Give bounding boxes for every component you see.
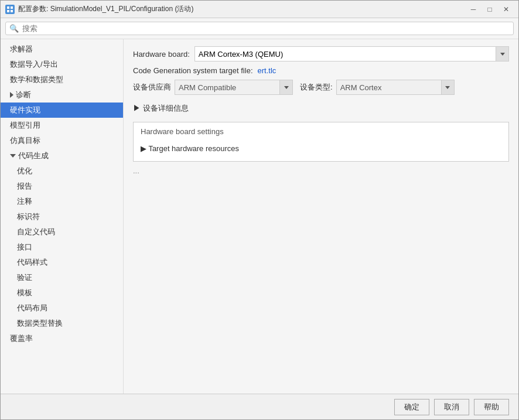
sidebar-item-solver[interactable]: 求解器	[1, 42, 123, 57]
sidebar-label-code-layout: 代码布局	[17, 303, 47, 313]
vendor-label: 设备供应商	[133, 82, 171, 93]
device-type-label: 设备类型:	[300, 82, 333, 93]
sidebar-item-math-data-types[interactable]: 数学和数据类型	[1, 72, 123, 87]
hardware-board-row: Hardware board: ARM Cortex-M3 (QEMU)	[133, 46, 509, 62]
search-wrapper: 🔍	[5, 22, 514, 35]
sidebar-label-data-import-export: 数据导入/导出	[10, 59, 58, 70]
svg-rect-0	[7, 6, 9, 9]
vendor-device-row: 设备供应商 ARM Compatible 设备类型: ARM	[133, 80, 509, 95]
sidebar-item-custom-code[interactable]: 自定义代码	[1, 224, 123, 240]
hardware-board-select[interactable]: ARM Cortex-M3 (QEMU)	[194, 46, 496, 62]
sidebar-item-interface[interactable]: 接口	[1, 240, 123, 255]
sidebar-label-code-gen: 代码生成	[18, 151, 49, 161]
main-content: 求解器 数据导入/导出 数学和数据类型 诊断 硬件实现 模型引用	[1, 39, 518, 394]
device-type-arrow-icon	[445, 86, 450, 89]
vendor-select-wrapper: ARM Compatible	[175, 80, 293, 95]
sidebar-item-hardware[interactable]: 硬件实现	[1, 103, 123, 118]
sidebar-label-report: 报告	[17, 181, 32, 192]
minimize-button[interactable]: ─	[466, 4, 481, 15]
sidebar-label-diagnostics: 诊断	[16, 90, 31, 100]
sidebar-item-symbols[interactable]: 标识符	[1, 209, 123, 224]
window-controls: ─ □ ✕	[466, 4, 514, 15]
confirm-button[interactable]: 确定	[394, 399, 429, 415]
sidebar-label-data-type-replace: 数据类型替换	[17, 318, 63, 329]
sidebar-label-coverage: 覆盖率	[10, 333, 33, 344]
cancel-button[interactable]: 取消	[434, 399, 469, 415]
sidebar-item-diagnostics[interactable]: 诊断	[1, 87, 123, 103]
sidebar-label-interface: 接口	[17, 242, 32, 252]
sidebar-item-coverage[interactable]: 覆盖率	[1, 331, 123, 346]
sidebar-item-data-import-export[interactable]: 数据导入/导出	[1, 57, 123, 72]
hw-board-settings-title: Hardware board settings	[141, 127, 501, 136]
sidebar-item-sim-target[interactable]: 仿真目标	[1, 133, 123, 148]
sidebar-label-verify: 验证	[17, 272, 32, 283]
hardware-board-label: Hardware board:	[133, 50, 190, 59]
hardware-board-arrow[interactable]	[496, 46, 509, 62]
search-icon: 🔍	[9, 24, 19, 33]
sidebar-item-code-gen[interactable]: 代码生成	[1, 148, 123, 163]
device-details-header[interactable]: ▶ 设备详细信息	[133, 100, 509, 117]
sidebar-item-model-ref[interactable]: 模型引用	[1, 118, 123, 133]
app-icon	[5, 5, 15, 14]
svg-rect-3	[11, 10, 13, 12]
content-area: Hardware board: ARM Cortex-M3 (QEMU) Cod…	[124, 39, 518, 394]
sidebar-label-solver: 求解器	[10, 44, 33, 54]
sidebar-label-optimize: 优化	[17, 166, 32, 176]
sidebar: 求解器 数据导入/导出 数学和数据类型 诊断 硬件实现 模型引用	[1, 39, 124, 394]
sidebar-label-sim-target: 仿真目标	[10, 135, 40, 146]
help-button[interactable]: 帮助	[474, 399, 509, 415]
svg-rect-1	[11, 6, 13, 9]
title-bar-left: 配置参数: SimulationModel_V1_PIL/Configurati…	[5, 4, 193, 14]
dropdown-arrow-icon	[500, 53, 505, 56]
sidebar-label-symbols: 标识符	[17, 211, 40, 222]
sidebar-item-template[interactable]: 模板	[1, 285, 123, 301]
sidebar-item-data-type-replace[interactable]: 数据类型替换	[1, 316, 123, 331]
code-gen-row: Code Generation system target file: ert.…	[133, 66, 509, 75]
code-gen-link[interactable]: ert.tlc	[258, 66, 276, 75]
sidebar-item-comments[interactable]: 注释	[1, 194, 123, 209]
target-hw-resources-header[interactable]: ▶ Target hardware resources	[141, 141, 501, 156]
sidebar-label-hardware: 硬件实现	[10, 105, 40, 115]
device-type-select-wrapper: ARM Cortex	[336, 80, 455, 95]
maximize-button[interactable]: □	[482, 4, 497, 15]
window-title: 配置参数: SimulationModel_V1_PIL/Configurati…	[18, 4, 193, 14]
sidebar-item-report[interactable]: 报告	[1, 179, 123, 194]
svg-rect-2	[7, 10, 9, 12]
device-details-label: ▶ 设备详细信息	[133, 103, 189, 114]
sidebar-label-math-data-types: 数学和数据类型	[10, 74, 63, 85]
code-gen-label: Code Generation system target file:	[133, 66, 253, 75]
ellipsis-text: ...	[133, 166, 509, 175]
vendor-group: 设备供应商 ARM Compatible	[133, 80, 293, 95]
device-type-select[interactable]: ARM Cortex	[336, 80, 442, 95]
close-button[interactable]: ✕	[498, 4, 514, 15]
sidebar-label-template: 模板	[17, 288, 32, 298]
title-bar: 配置参数: SimulationModel_V1_PIL/Configurati…	[1, 1, 518, 18]
target-hw-resources-label: ▶ Target hardware resources	[141, 144, 239, 153]
sidebar-item-code-layout[interactable]: 代码布局	[1, 301, 123, 316]
sidebar-label-code-style: 代码样式	[17, 257, 47, 268]
vendor-select[interactable]: ARM Compatible	[175, 80, 280, 95]
bottom-bar: 确定 取消 帮助	[1, 394, 518, 419]
sidebar-item-optimize[interactable]: 优化	[1, 163, 123, 179]
device-type-group: 设备类型: ARM Cortex	[300, 80, 455, 95]
sidebar-item-verify[interactable]: 验证	[1, 270, 123, 285]
main-window: 配置参数: SimulationModel_V1_PIL/Configurati…	[0, 0, 519, 420]
search-input[interactable]	[22, 24, 510, 33]
search-bar: 🔍	[1, 18, 518, 39]
sidebar-label-custom-code: 自定义代码	[17, 227, 55, 237]
triangle-down-icon	[10, 154, 16, 158]
hw-board-settings-panel: Hardware board settings ▶ Target hardwar…	[133, 122, 509, 162]
sidebar-item-code-style[interactable]: 代码样式	[1, 255, 123, 270]
sidebar-label-model-ref: 模型引用	[10, 120, 40, 131]
hardware-board-select-wrapper: ARM Cortex-M3 (QEMU)	[194, 46, 509, 62]
vendor-arrow-icon	[284, 86, 289, 89]
vendor-arrow[interactable]	[280, 80, 293, 95]
device-type-arrow[interactable]	[442, 80, 455, 95]
triangle-right-icon	[10, 92, 13, 98]
sidebar-label-comments: 注释	[17, 196, 32, 207]
